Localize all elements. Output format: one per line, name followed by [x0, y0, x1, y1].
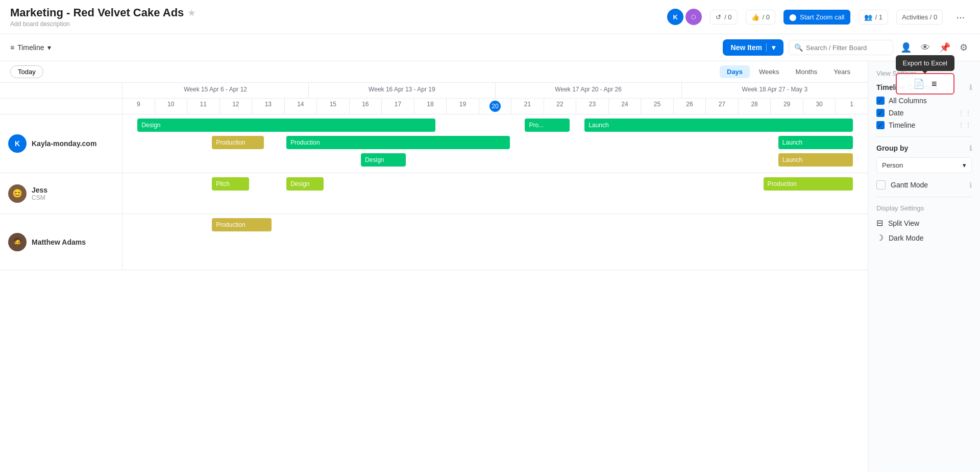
more-button[interactable]: ···	[951, 8, 970, 26]
filter-icon[interactable]: ⚙	[958, 40, 970, 55]
checkbox-date-icon[interactable]: ✓	[876, 109, 885, 117]
day-20-today: 20	[479, 99, 512, 114]
bar-production-olive-1[interactable]: Production	[212, 136, 264, 149]
new-item-button[interactable]: New Item ▾	[723, 39, 783, 56]
day-18: 18	[414, 99, 447, 114]
timeline-chevron: ▾	[47, 43, 51, 52]
timeline-area: Today Days Weeks Months Years Week 15 Ap…	[0, 61, 868, 472]
bar-design-1[interactable]: Design	[137, 119, 435, 132]
day-27: 27	[706, 99, 739, 114]
checkbox-timeline: ✓ Timeline ⋮⋮	[876, 121, 972, 129]
toolbar-right: New Item ▾ 🔍 👤 👁 📌 ⚙	[723, 39, 970, 56]
export-highlight-box: 📄 ≡	[896, 73, 954, 95]
tab-weeks[interactable]: Weeks	[752, 65, 787, 78]
zoom-button[interactable]: ⬤ Start Zoom call	[783, 10, 850, 25]
likes-count: / 0	[763, 13, 770, 21]
export-excel-button[interactable]: 📄	[913, 78, 924, 89]
bar-design-2[interactable]: Design	[361, 153, 406, 167]
day-14: 14	[285, 99, 317, 114]
bar-launch-1[interactable]: Launch	[584, 119, 853, 132]
board-subtitle[interactable]: Add board description	[10, 20, 661, 28]
main-content: Today Days Weeks Months Years Week 15 Ap…	[0, 61, 980, 472]
avatar-jess: 😊	[8, 184, 27, 203]
members-button[interactable]: 👥 / 1	[859, 10, 888, 25]
toolbar-left: ≡ Timeline ▾	[10, 43, 717, 52]
week-17: Week 17 Apr 20 - Apr 26	[496, 83, 682, 98]
tab-days[interactable]: Days	[720, 65, 750, 78]
info-icon-gantt[interactable]: ℹ	[969, 181, 972, 189]
person-info-matthew: Matthew Adams	[32, 238, 86, 246]
likes-button[interactable]: 👍 / 0	[746, 10, 775, 25]
column-settings-button[interactable]: ≡	[932, 78, 937, 89]
week-15: Week 15 Apr 6 - Apr 12	[122, 83, 309, 98]
tooltip-arrow	[922, 71, 927, 76]
zoom-label: Start Zoom call	[800, 13, 844, 21]
info-icon-columns[interactable]: ℹ	[969, 83, 972, 91]
today-button[interactable]: Today	[10, 65, 43, 78]
day-26: 26	[674, 99, 706, 114]
pin-icon[interactable]: 📌	[937, 40, 952, 55]
day-24: 24	[609, 99, 642, 114]
bar-launch-2[interactable]: Launch	[778, 136, 853, 149]
person-name-matthew: Matthew Adams	[32, 238, 86, 246]
group-by-select[interactable]: Person ▾	[876, 157, 972, 173]
export-tooltip-text: Export to Excel	[903, 59, 947, 67]
split-view-icon: ⊟	[876, 218, 883, 228]
bar-production-jess[interactable]: Production	[764, 177, 853, 191]
avatar-secondary[interactable]: ⬡	[685, 9, 702, 25]
timeline-icon: ≡	[10, 43, 14, 52]
eye-icon[interactable]: 👁	[919, 40, 932, 55]
person-filter-icon[interactable]: 👤	[898, 40, 914, 55]
bar-pro[interactable]: Pro...	[525, 119, 570, 132]
person-name-kayla: Kayla-monday.com	[32, 139, 96, 148]
day-headers: 9 10 11 12 13 14 15 16 17 18 19 20 21 22…	[0, 99, 868, 114]
group-by-value: Person	[882, 161, 903, 169]
updates-count: / 0	[724, 13, 731, 21]
chevron-down-icon: ▾	[963, 161, 966, 169]
day-30: 30	[803, 99, 836, 114]
search-box: 🔍	[789, 40, 893, 55]
checkbox-timeline-icon[interactable]: ✓	[876, 121, 885, 129]
updates-button[interactable]: ↺ / 0	[710, 10, 737, 25]
members-icon: 👥	[864, 13, 872, 21]
day-12: 12	[220, 99, 253, 114]
person-info-kayla: Kayla-monday.com	[32, 139, 96, 148]
days-row: 9 10 11 12 13 14 15 16 17 18 19 20 21 22…	[122, 99, 868, 114]
export-tooltip: Export to Excel	[896, 55, 954, 71]
person-name-jess: Jess	[32, 186, 47, 194]
bar-design-jess[interactable]: Design	[286, 177, 324, 191]
bar-production-green-1[interactable]: Production	[286, 136, 510, 149]
divider-2	[876, 197, 972, 197]
header-right: K ⬡ ↺ / 0 👍 / 0 ⬤ Start Zoom call 👥 / 1 …	[667, 8, 970, 26]
header-left: Marketing - Red Velvet Cake Ads ★ Add bo…	[10, 6, 661, 28]
bar-launch-olive[interactable]: Launch	[778, 153, 853, 167]
tab-years[interactable]: Years	[826, 65, 857, 78]
display-settings-title: Display Settings	[876, 204, 972, 212]
bar-production-matthew[interactable]: Production	[212, 218, 272, 231]
avatar-k[interactable]: K	[667, 9, 683, 25]
timeline-view-button[interactable]: ≡ Timeline ▾	[10, 43, 51, 52]
gantt-checkbox[interactable]	[876, 180, 886, 190]
zoom-icon: ⬤	[789, 13, 797, 21]
gantt-label: Gantt Mode	[891, 181, 928, 189]
star-icon[interactable]: ★	[188, 8, 195, 18]
person-col-header	[0, 83, 122, 98]
search-input[interactable]	[806, 44, 888, 52]
table-row: 🧔 Matthew Adams Production	[0, 214, 868, 270]
info-icon-group[interactable]: ℹ	[969, 144, 972, 152]
search-icon: 🔍	[794, 43, 803, 52]
day-11: 11	[187, 99, 220, 114]
timeline-label-panel: Timeline	[889, 121, 915, 129]
tab-months[interactable]: Months	[789, 65, 825, 78]
date-drag-icon: ⋮⋮	[958, 109, 972, 117]
bar-pitch[interactable]: Pitch	[212, 177, 249, 191]
checkbox-all-icon[interactable]: ✓	[876, 97, 885, 105]
activities-button[interactable]: Activities / 0	[896, 10, 943, 25]
day-23: 23	[576, 99, 609, 114]
person-role-jess: CSM	[32, 194, 47, 201]
new-item-arrow[interactable]: ▾	[766, 43, 775, 52]
dark-mode-label: Dark Mode	[889, 234, 923, 242]
bars-matthew: Production	[122, 214, 868, 270]
day-25: 25	[641, 99, 674, 114]
week-16: Week 16 Apr 13 - Apr 19	[309, 83, 495, 98]
